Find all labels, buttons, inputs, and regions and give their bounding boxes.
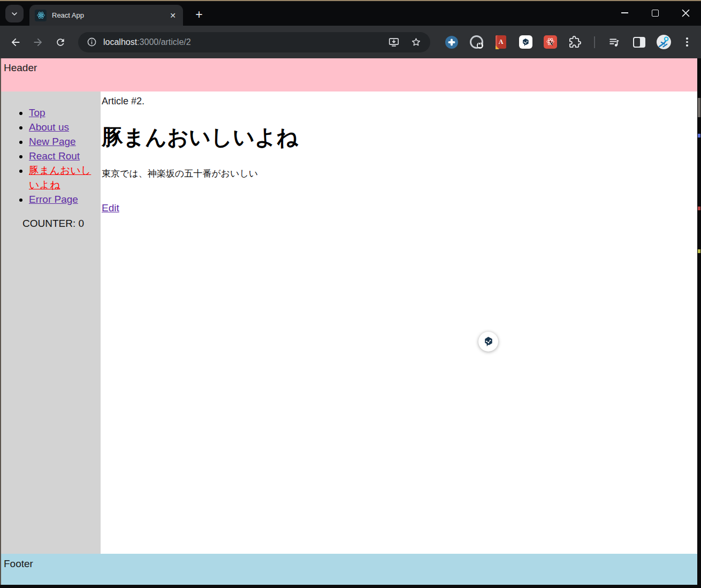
back-icon xyxy=(10,36,21,48)
tab-search-button[interactable] xyxy=(5,5,24,22)
bookmark-star-icon[interactable] xyxy=(410,36,422,48)
maximize-button[interactable] xyxy=(640,0,670,26)
sidebar-link-react-rout[interactable]: React Rout xyxy=(29,150,80,162)
scroll-marker-blue xyxy=(698,134,700,138)
browser-toolbar: localhost:3000/article/2 A xyxy=(0,26,701,58)
tab-strip: React App ✕ + xyxy=(0,0,701,26)
chevron-down-icon xyxy=(10,10,19,18)
extension-chat-bubble-icon[interactable] xyxy=(519,35,532,49)
sidebar-link-top[interactable]: Top xyxy=(29,107,45,118)
sidebar-item-top: Top xyxy=(29,105,95,120)
forward-icon xyxy=(32,36,44,48)
edit-link[interactable]: Edit xyxy=(102,202,119,213)
page-viewport: Header Top About us New Page React Rout … xyxy=(0,58,697,585)
edit-link-wrap: Edit xyxy=(102,202,697,214)
forward-button[interactable] xyxy=(29,33,47,51)
close-window-button[interactable] xyxy=(670,0,701,26)
close-window-icon xyxy=(682,9,690,17)
sidebar-item-react-rout: React Rout xyxy=(29,149,95,163)
url-text: localhost:3000/article/2 xyxy=(103,37,191,47)
desktop-edge xyxy=(0,0,701,1)
scrollbar-thumb[interactable] xyxy=(698,98,700,117)
browser-chrome: React App ✕ + localhost:3 xyxy=(0,0,701,58)
url-host: localhost xyxy=(103,37,137,47)
sidebar-nav: Top About us New Page React Rout 豚まんおいしい… xyxy=(1,105,101,207)
sidebar-link-about[interactable]: About us xyxy=(29,121,69,133)
side-panel-icon[interactable] xyxy=(632,35,646,49)
sidebar-item-about: About us xyxy=(29,120,95,134)
site-footer: Footer xyxy=(1,554,697,585)
main-content: Article #2. 豚まんおいしいよね 東京では、神楽坂の五十番がおいしい … xyxy=(101,91,697,554)
new-tab-button[interactable]: + xyxy=(192,7,206,21)
site-info-icon[interactable] xyxy=(87,37,97,47)
sidebar-link-error-page[interactable]: Error Page xyxy=(29,194,78,205)
article-eyebrow: Article #2. xyxy=(102,96,697,107)
scroll-marker-yellow xyxy=(698,249,700,253)
footer-label: Footer xyxy=(4,558,33,569)
counter-label: COUNTER: 0 xyxy=(1,218,101,230)
extension-red-dictionary-icon[interactable]: A xyxy=(494,35,508,49)
url-path: :3000/article/2 xyxy=(137,37,191,47)
reload-icon xyxy=(55,37,66,48)
sidebar-item-butaman: 豚まんおいしいよね xyxy=(29,163,95,192)
browser-tab[interactable]: React App ✕ xyxy=(29,5,183,26)
window-controls xyxy=(609,0,701,26)
sidebar-nav-list: Top About us New Page React Rout 豚まんおいしい… xyxy=(1,105,95,207)
extension-floating-badge[interactable] xyxy=(478,332,498,352)
close-tab-icon[interactable]: ✕ xyxy=(167,10,179,21)
hexagon-chat-share-icon xyxy=(482,335,494,348)
article-body: 東京では、神楽坂の五十番がおいしい xyxy=(102,167,697,180)
site-header: Header xyxy=(1,58,697,91)
sidebar-item-new-page: New Page xyxy=(29,134,95,149)
omnibox-actions xyxy=(388,36,422,48)
article-title: 豚まんおいしいよね xyxy=(102,125,697,149)
sidebar: Top About us New Page React Rout 豚まんおいしい… xyxy=(1,91,101,554)
scroll-marker-red xyxy=(698,207,700,210)
react-favicon-icon xyxy=(35,10,47,21)
content-row: Top About us New Page React Rout 豚まんおいしい… xyxy=(1,91,697,554)
minimize-icon xyxy=(621,12,628,13)
profile-avatar[interactable] xyxy=(657,35,671,49)
sidebar-item-error-page: Error Page xyxy=(29,192,95,207)
sidebar-link-butaman-active[interactable]: 豚まんおいしいよね xyxy=(29,165,91,190)
sidebar-link-new-page[interactable]: New Page xyxy=(29,136,76,147)
extensions-puzzle-icon[interactable] xyxy=(568,35,582,49)
maximize-icon xyxy=(652,10,659,17)
tab-title: React App xyxy=(52,11,167,19)
back-button[interactable] xyxy=(6,33,25,51)
extension-blue-cross-icon[interactable] xyxy=(445,35,459,49)
minimize-button[interactable] xyxy=(609,0,640,26)
extension-clock-lock-icon[interactable] xyxy=(469,35,483,49)
install-app-icon[interactable] xyxy=(388,36,400,48)
header-label: Header xyxy=(4,62,37,73)
address-bar[interactable]: localhost:3000/article/2 xyxy=(78,32,430,52)
media-controls-icon[interactable] xyxy=(607,35,621,49)
toolbar-separator xyxy=(594,36,595,48)
react-devtools-icon[interactable] xyxy=(543,35,557,49)
extensions-row: A xyxy=(445,35,692,49)
browser-menu-kebab-icon[interactable] xyxy=(682,35,692,49)
reload-button[interactable] xyxy=(51,33,70,51)
